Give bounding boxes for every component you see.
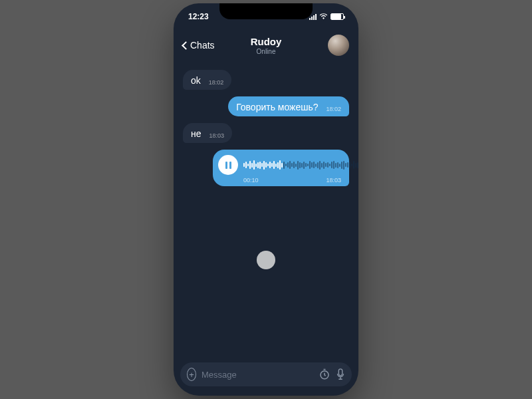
back-button[interactable]: Chats xyxy=(183,40,215,51)
message-bubble-incoming[interactable]: не 18:03 xyxy=(183,123,232,143)
voice-message-bubble[interactable]: 00:10 18:03 xyxy=(213,150,349,186)
voice-waveform[interactable] xyxy=(243,160,358,170)
contact-name: Rudoy xyxy=(251,36,282,47)
svg-rect-1 xyxy=(338,369,342,376)
message-input[interactable] xyxy=(201,370,313,380)
touch-indicator xyxy=(257,251,275,269)
message-input-bar: + xyxy=(180,362,352,386)
wifi-icon xyxy=(319,13,328,20)
timer-button[interactable] xyxy=(319,368,331,380)
voice-elapsed: 00:10 xyxy=(243,177,259,184)
contact-status: Online xyxy=(251,48,282,55)
chevron-left-icon xyxy=(182,41,190,50)
attach-button[interactable]: + xyxy=(187,368,196,381)
header-title-block[interactable]: Rudoy Online xyxy=(251,36,282,55)
plus-icon: + xyxy=(189,370,194,379)
message-row: не 18:03 xyxy=(183,123,349,143)
clock-icon xyxy=(319,368,331,380)
voice-footer: 00:10 18:03 xyxy=(218,177,341,184)
message-row: Говорить можешь? 18:02 xyxy=(183,96,349,116)
status-indicators xyxy=(309,13,344,20)
mic-button[interactable] xyxy=(336,368,345,380)
pause-button[interactable] xyxy=(218,155,238,175)
back-label: Chats xyxy=(190,40,215,51)
message-text: ok xyxy=(191,75,201,86)
message-time: 18:02 xyxy=(209,79,224,86)
message-time: 18:02 xyxy=(326,106,341,112)
messages-list[interactable]: ok 18:02 Говорить можешь? 18:02 не 18:03 xyxy=(174,63,358,356)
battery-icon xyxy=(331,13,344,20)
voice-main xyxy=(218,155,341,175)
message-time: 18:03 xyxy=(326,177,341,184)
message-row: 00:10 18:03 xyxy=(183,150,349,186)
message-text: Говорить можешь? xyxy=(236,102,318,112)
chat-header: Chats Rudoy Online xyxy=(174,30,358,61)
phone-notch xyxy=(219,3,313,19)
pause-icon xyxy=(225,162,231,169)
message-text: не xyxy=(191,128,201,139)
message-time: 18:03 xyxy=(209,132,224,139)
message-row: ok 18:02 xyxy=(183,70,349,90)
message-bubble-outgoing[interactable]: Говорить можешь? 18:02 xyxy=(228,96,349,116)
avatar[interactable] xyxy=(328,35,349,56)
phone-frame: 12:23 Chats Rudoy Online ok 18:02 xyxy=(174,3,358,396)
message-bubble-incoming[interactable]: ok 18:02 xyxy=(183,70,231,90)
microphone-icon xyxy=(336,368,345,380)
status-time: 12:23 xyxy=(188,12,209,21)
